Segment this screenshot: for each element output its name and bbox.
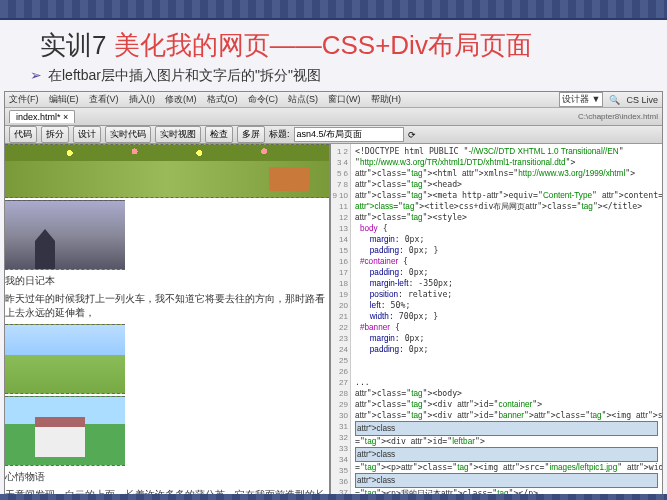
menu-edit[interactable]: 编辑(E) — [49, 93, 79, 106]
refresh-icon[interactable]: ⟳ — [408, 130, 416, 140]
title-prefix: 实训7 — [40, 30, 114, 60]
view-toolbar: 代码 拆分 设计 实时代码 实时视图 检查 多屏 标题: asn4.5/布局页面… — [5, 126, 662, 144]
file-path: C:\chapter8\index.html — [578, 112, 658, 121]
menu-window[interactable]: 窗口(W) — [328, 93, 361, 106]
leftpic2b-image[interactable] — [5, 396, 125, 466]
menu-file[interactable]: 文件(F) — [9, 93, 39, 106]
cslive-button[interactable]: CS Live — [626, 95, 658, 105]
dreamweaver-window: 文件(F) 编辑(E) 查看(V) 插入(I) 修改(M) 格式(O) 命令(C… — [4, 91, 663, 500]
inspect-button[interactable]: 检查 — [205, 126, 233, 143]
document-toolbar: index.html* × C:\chapter8\index.html — [5, 108, 662, 126]
leftpic1-image[interactable] — [5, 200, 125, 270]
title-field[interactable]: asn4.5/布局页面 — [294, 127, 404, 142]
workspace-dropdown[interactable]: 设计器 ▼ — [559, 92, 603, 107]
livecode-button[interactable]: 实时代码 — [105, 126, 151, 143]
diary-text[interactable]: 昨天过年的时候我打上一列火车，我不知道它将要去往的方向，那时路看上去永远的延伸着… — [5, 290, 329, 322]
code-editor[interactable]: <!DOCTYPE html PUBLIC "-//W3C//DTD XHTML… — [351, 144, 662, 500]
menu-view[interactable]: 查看(V) — [89, 93, 119, 106]
title-label: 标题: — [269, 128, 290, 141]
slide-bullet: ➢在leftbar层中插入图片和文字后的"拆分"视图 — [0, 65, 667, 91]
title-main: 美化我的网页——CSS+Div布局页面 — [114, 30, 532, 60]
search-icon[interactable]: 🔍 — [609, 95, 620, 105]
code-pane[interactable]: 1 2 3 4 5 6 7 8 9 10 11 12 13 14 15 16 1… — [331, 144, 662, 500]
menu-command[interactable]: 命令(C) — [248, 93, 279, 106]
design-pane[interactable]: 我的日记本 昨天过年的时候我打上一列火车，我不知道它将要去往的方向，那时路看上去… — [5, 144, 331, 500]
menubar: 文件(F) 编辑(E) 查看(V) 插入(I) 修改(M) 格式(O) 命令(C… — [5, 92, 662, 108]
design-view-button[interactable]: 设计 — [73, 126, 101, 143]
line-gutter: 1 2 3 4 5 6 7 8 9 10 11 12 13 14 15 16 1… — [331, 144, 351, 500]
menu-insert[interactable]: 插入(I) — [129, 93, 156, 106]
leftpic2a-image[interactable] — [5, 324, 125, 394]
bullet-text: 在leftbar层中插入图片和文字后的"拆分"视图 — [48, 67, 321, 83]
code-view-button[interactable]: 代码 — [9, 126, 37, 143]
document-tab[interactable]: index.html* × — [9, 110, 75, 123]
split-view-button[interactable]: 拆分 — [41, 126, 69, 143]
bullet-arrow-icon: ➢ — [30, 67, 42, 83]
slide-top-border — [0, 0, 667, 20]
menu-modify[interactable]: 修改(M) — [165, 93, 197, 106]
slide-title: 实训7 美化我的网页——CSS+Div布局页面 — [0, 20, 667, 65]
diary-title[interactable]: 我的日记本 — [5, 272, 329, 290]
menu-site[interactable]: 站点(S) — [288, 93, 318, 106]
mood-title[interactable]: 心情物语 — [5, 468, 329, 486]
close-icon[interactable]: × — [63, 112, 68, 122]
workspace: 我的日记本 昨天过年的时候我打上一列火车，我不知道它将要去往的方向，那时路看上去… — [5, 144, 662, 500]
slide-bottom-border — [0, 494, 667, 500]
banner-image[interactable] — [5, 144, 329, 198]
menu-format[interactable]: 格式(O) — [207, 93, 238, 106]
liveview-button[interactable]: 实时视图 — [155, 126, 201, 143]
menu-help[interactable]: 帮助(H) — [371, 93, 402, 106]
multiscreen-button[interactable]: 多屏 — [237, 126, 265, 143]
